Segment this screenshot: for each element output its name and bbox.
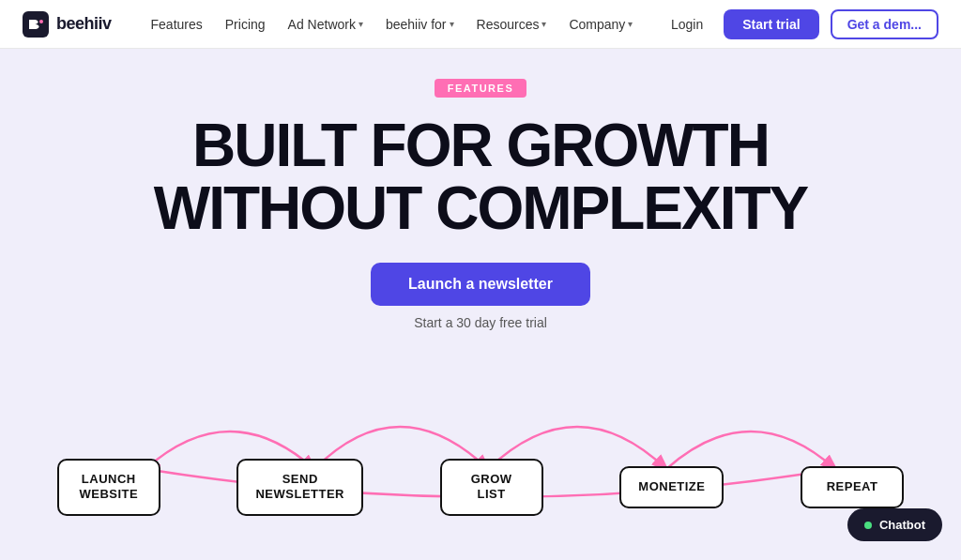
workflow-box-send: SENDNEWSLETTER (236, 459, 363, 517)
nav-beehiiv-for[interactable]: beehiiv for ▾ (376, 11, 464, 38)
chatbot-button[interactable]: Chatbot (847, 508, 942, 541)
nav-actions: Login Start trial Get a dem... (662, 9, 938, 39)
nav-links: Features Pricing Ad Network ▾ beehiiv fo… (142, 11, 662, 38)
logo[interactable]: beehiiv (23, 11, 112, 38)
nav-features[interactable]: Features (142, 11, 212, 38)
get-demo-button[interactable]: Get a dem... (831, 9, 938, 39)
chatbot-status-dot (864, 522, 872, 529)
chevron-down-icon: ▾ (628, 19, 633, 29)
workflow-box-monetize: MONETIZE (619, 466, 724, 508)
chevron-down-icon: ▾ (542, 19, 546, 29)
workflow-box-launch: LAUNCHWEBSITE (57, 459, 160, 517)
chatbot-label: Chatbot (879, 518, 925, 532)
workflow-boxes: LAUNCHWEBSITE SENDNEWSLETTER GROWLIST MO… (0, 459, 961, 517)
hero-title: BUILT FOR GROWTH WITHOUT COMPLEXITY (154, 114, 807, 240)
workflow-box-repeat: REPEAT (801, 466, 904, 508)
svg-point-1 (39, 20, 43, 23)
nav-company[interactable]: Company ▾ (559, 11, 642, 38)
launch-newsletter-button[interactable]: Launch a newsletter (371, 263, 590, 306)
hero-subtitle: Start a 30 day free trial (414, 315, 547, 330)
nav-resources[interactable]: Resources ▾ (467, 11, 557, 38)
hero-section: FEATURES BUILT FOR GROWTH WITHOUT COMPLE… (0, 49, 961, 375)
chevron-down-icon: ▾ (450, 19, 454, 29)
navbar: beehiiv Features Pricing Ad Network ▾ be… (0, 0, 961, 49)
features-badge: FEATURES (435, 79, 526, 98)
nav-adnetwork[interactable]: Ad Network ▾ (279, 11, 373, 38)
chevron-down-icon: ▾ (358, 19, 363, 29)
beehiiv-logo-icon (23, 11, 49, 38)
workflow-box-grow: GROWLIST (440, 459, 543, 517)
start-trial-button[interactable]: Start trial (724, 9, 818, 39)
workflow-diagram: LAUNCHWEBSITE SENDNEWSLETTER GROWLIST MO… (0, 375, 961, 525)
nav-pricing[interactable]: Pricing (216, 11, 275, 38)
login-button[interactable]: Login (662, 11, 712, 38)
logo-text: beehiiv (56, 14, 112, 34)
